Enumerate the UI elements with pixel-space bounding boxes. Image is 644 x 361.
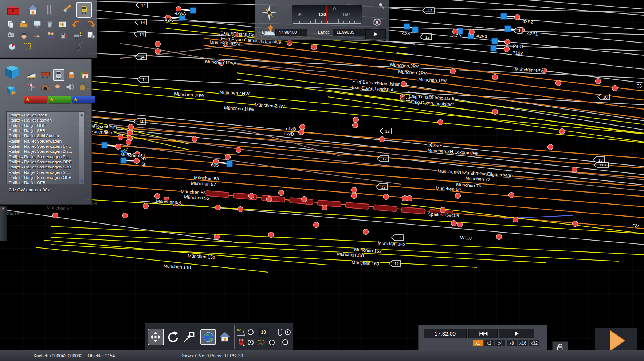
- signal-dot[interactable]: [155, 49, 161, 54]
- magnet-snap-radio[interactable]: [248, 340, 254, 345]
- train-wagon[interactable]: [401, 207, 425, 214]
- signal-dot[interactable]: [126, 140, 131, 145]
- 2d-mode-cube-icon[interactable]: [6, 85, 17, 96]
- mouse-mode-option[interactable]: [277, 328, 291, 336]
- rotate-tool-button[interactable]: [165, 329, 180, 345]
- speed-button-x8[interactable]: x8: [507, 340, 517, 346]
- catalog-item[interactable]: Railjet - Railjet Steuerwagen 17...: [9, 144, 84, 149]
- switch-marker[interactable]: [190, 8, 196, 13]
- signal-dot[interactable]: [238, 207, 243, 212]
- new-file-icon[interactable]: [6, 20, 15, 29]
- signal-dot[interactable]: [438, 120, 443, 125]
- toolbox-icon[interactable]: [5, 2, 21, 17]
- track-line[interactable]: [452, 0, 644, 15]
- category-avatar-icon[interactable]: [54, 82, 62, 92]
- category-tunnel-icon[interactable]: [40, 82, 50, 92]
- signal-dot[interactable]: [300, 124, 305, 130]
- signal-dot[interactable]: [53, 213, 58, 218]
- time-play-button[interactable]: [499, 329, 534, 338]
- speed-button-x32[interactable]: x32: [529, 340, 539, 346]
- switch-marker[interactable]: [227, 161, 232, 167]
- signal-dot[interactable]: [214, 234, 220, 240]
- catalog-item[interactable]: Railjet - Railjet Steuerwagen 2fa...: [9, 149, 84, 154]
- magnet-snap-option[interactable]: [236, 338, 254, 346]
- signal-dot[interactable]: [572, 167, 577, 173]
- category-buildings-icon[interactable]: [79, 70, 90, 80]
- signal-dot[interactable]: [384, 194, 389, 200]
- category-locomotive-icon[interactable]: [54, 70, 64, 80]
- driver-view-icon[interactable]: [20, 31, 28, 40]
- switch-marker[interactable]: [505, 26, 511, 32]
- catalog-item[interactable]: Railjet - Railjet Steuerwagen SBB: [9, 164, 84, 170]
- landscape-brush-button[interactable]: [59, 4, 72, 16]
- 3d-mode-cube-icon[interactable]: [4, 64, 20, 80]
- catalog-item[interactable]: Railjet - Railjet Steuerwagen ÖFB: [9, 175, 84, 180]
- category-signals-icon[interactable]: [27, 82, 37, 92]
- camera-icon[interactable]: [6, 31, 16, 40]
- signal-dot[interactable]: [513, 217, 518, 222]
- fuel-depot-icon[interactable]: [59, 31, 68, 40]
- pin-icon[interactable]: [378, 2, 385, 9]
- signal-dot[interactable]: [267, 197, 272, 202]
- signal-dot[interactable]: [496, 234, 502, 240]
- catalog-item[interactable]: Railjet - Railjet ÖFB: [9, 180, 84, 184]
- home-position-button[interactable]: [217, 330, 232, 344]
- rolling-stock-list[interactable]: Railjet - Railjet 2fachRailjet - Railjet…: [6, 111, 84, 184]
- signal-dot[interactable]: [287, 40, 292, 46]
- track-line[interactable]: [51, 226, 644, 255]
- switch-marker[interactable]: [501, 13, 507, 19]
- signal-dot[interactable]: [225, 155, 231, 160]
- catalog-item[interactable]: Railjet - Railjet ORF: [9, 123, 84, 128]
- signal-dot[interactable]: [268, 232, 274, 238]
- track-line[interactable]: [204, 38, 644, 91]
- speed-button-x2[interactable]: x2: [484, 340, 494, 346]
- catalog-item[interactable]: Railjet - Railjet Steuerwagen Sc...: [9, 170, 84, 175]
- signal-dot[interactable]: [353, 123, 358, 128]
- speed-button-x16[interactable]: x16: [518, 340, 528, 346]
- signal-dot[interactable]: [118, 135, 123, 140]
- rolling-stock-mode-button[interactable]: [77, 3, 91, 17]
- world-coordinates-button[interactable]: [201, 330, 215, 344]
- speed-button-x4[interactable]: x4: [495, 340, 505, 346]
- track-line[interactable]: [91, 171, 644, 218]
- switch-marker[interactable]: [412, 27, 418, 32]
- collapsed-panel-handle[interactable]: ⇱: [0, 206, 7, 241]
- catalog-item[interactable]: Railjet - Railjet 2fach: [9, 112, 84, 118]
- angle-snap-radio[interactable]: [248, 329, 254, 335]
- signal-dot[interactable]: [596, 79, 601, 84]
- signal-dot[interactable]: [515, 15, 520, 20]
- signal-dot[interactable]: [314, 222, 319, 228]
- track-line[interactable]: [51, 237, 546, 263]
- catalog-item[interactable]: Railjet - Railjet SBB: [9, 128, 84, 133]
- signal-dot[interactable]: [299, 130, 304, 135]
- monitor-icon[interactable]: [32, 20, 42, 29]
- category-highspeed-train-icon[interactable]: [26, 70, 37, 80]
- signal-dot[interactable]: [155, 41, 161, 47]
- track-line[interactable]: [0, 209, 240, 243]
- track-style-radio[interactable]: [269, 340, 275, 345]
- grid-value-box[interactable]: 18: [258, 328, 269, 337]
- signal-dot[interactable]: [128, 124, 134, 130]
- signal-dot[interactable]: [573, 221, 578, 227]
- people-icon[interactable]: [46, 31, 55, 40]
- signal-dot[interactable]: [353, 117, 359, 123]
- track-line[interactable]: [328, 97, 644, 142]
- favorites-red-button[interactable]: ★: [24, 96, 47, 103]
- catalog-item[interactable]: Railjet - Railjet Steuerwagen Fa...: [9, 154, 84, 159]
- redo-icon[interactable]: [86, 19, 96, 29]
- signal-dot[interactable]: [352, 187, 357, 193]
- track-line[interactable]: [51, 233, 619, 261]
- switch-marker[interactable]: [491, 45, 496, 51]
- signal-dot[interactable]: [455, 193, 461, 199]
- locate-target-icon[interactable]: [373, 18, 381, 27]
- track-style-option[interactable]: TS14: [257, 338, 275, 346]
- track-line[interactable]: [346, 4, 644, 30]
- track-line[interactable]: [86, 110, 644, 167]
- signal-dot[interactable]: [505, 39, 510, 45]
- switch-marker[interactable]: [121, 158, 126, 163]
- mouse-mode-radio[interactable]: [285, 329, 291, 335]
- signal-dot[interactable]: [380, 137, 385, 142]
- free-mode-option[interactable]: [282, 339, 288, 345]
- pointer-hand-icon[interactable]: [32, 31, 42, 39]
- signal-dot[interactable]: [236, 147, 242, 153]
